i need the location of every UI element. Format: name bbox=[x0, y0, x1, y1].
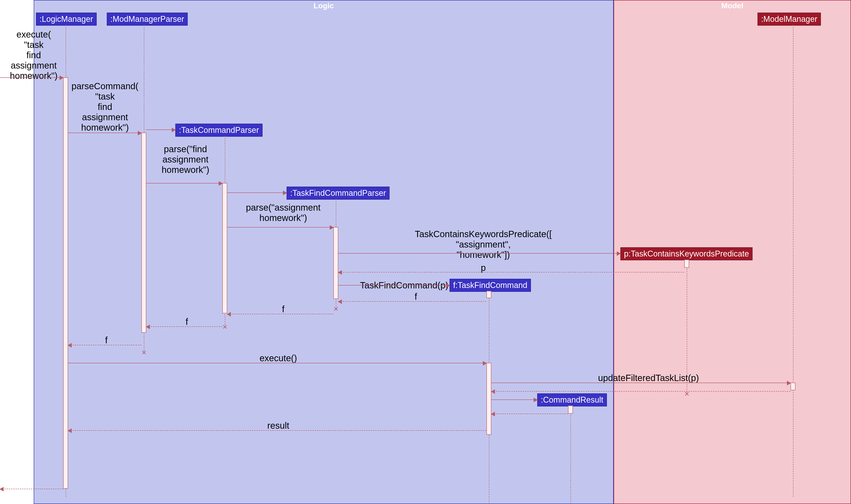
activation-predicate bbox=[684, 260, 689, 268]
arrow-execute2 bbox=[68, 363, 486, 363]
lifeline-line-command-result bbox=[571, 406, 571, 504]
destroy-task-find-command-parser: ✕ bbox=[333, 305, 339, 313]
arrow-cr-return bbox=[491, 414, 568, 414]
lifeline-task-find-command: f:TaskFindCommand bbox=[450, 279, 531, 292]
arrow-create-tfcp bbox=[227, 193, 287, 193]
activation-model-manager bbox=[791, 383, 796, 390]
lifeline-predicate: p:TaskContainsKeywordsPredicate bbox=[620, 247, 753, 260]
partition-model-header: Model bbox=[614, 0, 851, 11]
msg-predicate-new: TaskContainsKeywordsPredicate([ "assignm… bbox=[351, 229, 616, 260]
arrow-predicate-new bbox=[338, 253, 620, 254]
msg-update: updateFilteredTaskList(p) bbox=[508, 373, 789, 383]
arrow-create-tcp bbox=[146, 129, 175, 130]
activation-task-command-parser bbox=[222, 183, 227, 313]
arrow-update-return bbox=[491, 391, 791, 392]
arrow-cr-new bbox=[491, 399, 537, 400]
msg-f2: f bbox=[234, 304, 333, 314]
destroy-mod-manager-parser: ✕ bbox=[141, 349, 147, 356]
arrow-parse2 bbox=[227, 227, 333, 228]
msg-execute: execute( "task find assignment homework"… bbox=[0, 29, 68, 81]
destroy-predicate: ✕ bbox=[684, 390, 689, 398]
activation-task-find-command-parser bbox=[333, 227, 338, 299]
arrow-parse1 bbox=[146, 183, 222, 183]
msg-execute2: execute() bbox=[73, 353, 484, 363]
msg-result: result bbox=[73, 420, 484, 431]
lifeline-mod-manager-parser: :ModManagerParser bbox=[107, 13, 188, 25]
msg-f4: f bbox=[73, 335, 140, 345]
lifeline-line-predicate bbox=[687, 260, 687, 392]
arrow-f1 bbox=[338, 301, 486, 302]
msg-parse2: parse("assignment homework") bbox=[232, 202, 335, 223]
lifeline-model-manager: :ModelManager bbox=[758, 13, 821, 25]
arrow-update bbox=[491, 383, 791, 383]
arrow-p-return bbox=[338, 272, 684, 272]
destroy-task-command-parser: ✕ bbox=[222, 323, 228, 331]
arrow-cmd-new bbox=[338, 285, 450, 286]
lifeline-task-find-command-parser: :TaskFindCommandParser bbox=[287, 186, 390, 200]
activation-command-result bbox=[568, 406, 573, 414]
msg-f1: f bbox=[346, 291, 486, 302]
lifeline-logic-manager: :LogicManager bbox=[36, 13, 97, 25]
msg-parse-command: parseCommand( "task find assignment home… bbox=[68, 81, 142, 133]
arrow-f4 bbox=[68, 345, 141, 345]
lifeline-task-command-parser: :TaskCommandParser bbox=[175, 124, 262, 137]
lifeline-line-model-manager bbox=[793, 25, 794, 497]
msg-p: p bbox=[351, 263, 616, 273]
arrow-execute-in bbox=[0, 77, 63, 78]
arrow-f3 bbox=[146, 326, 222, 327]
msg-parse1: parse("find assignment homework") bbox=[148, 144, 222, 175]
arrow-final-return bbox=[0, 489, 63, 489]
activation-task-find-command-1 bbox=[486, 291, 491, 298]
arrow-result bbox=[68, 430, 486, 431]
activation-task-find-command-2 bbox=[486, 363, 491, 435]
arrow-f2 bbox=[227, 314, 333, 314]
activation-logic-manager bbox=[63, 77, 68, 489]
activation-mod-manager-parser bbox=[141, 133, 146, 333]
partition-logic-header: Logic bbox=[34, 0, 613, 11]
msg-f3: f bbox=[151, 317, 223, 327]
arrow-parse-command bbox=[68, 133, 141, 133]
lifeline-command-result: :CommandResult bbox=[537, 393, 607, 407]
